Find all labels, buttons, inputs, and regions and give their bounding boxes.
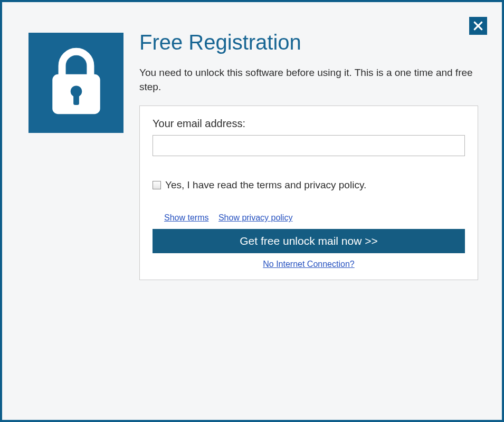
close-button[interactable]: [469, 17, 487, 35]
no-internet-link[interactable]: No Internet Connection?: [263, 260, 354, 268]
email-field[interactable]: [153, 135, 465, 156]
dialog-title: Free Registration: [139, 31, 478, 54]
show-terms-link[interactable]: Show terms: [164, 213, 208, 222]
lock-tile: [28, 33, 123, 133]
terms-checkbox-label: Yes, I have read the terms and privacy p…: [165, 179, 366, 191]
registration-form: Your email address: Yes, I have read the…: [139, 106, 478, 280]
get-unlock-mail-button[interactable]: Get free unlock mail now >>: [153, 229, 465, 253]
registration-dialog: Free Registration You need to unlock thi…: [0, 0, 504, 422]
show-privacy-link[interactable]: Show privacy policy: [218, 213, 293, 222]
close-icon: [473, 21, 483, 31]
terms-checkbox[interactable]: [153, 181, 161, 189]
email-label: Your email address:: [153, 118, 465, 130]
svg-rect-2: [73, 93, 79, 105]
lock-icon: [46, 46, 107, 120]
dialog-subtitle: You need to unlock this software before …: [139, 66, 478, 94]
